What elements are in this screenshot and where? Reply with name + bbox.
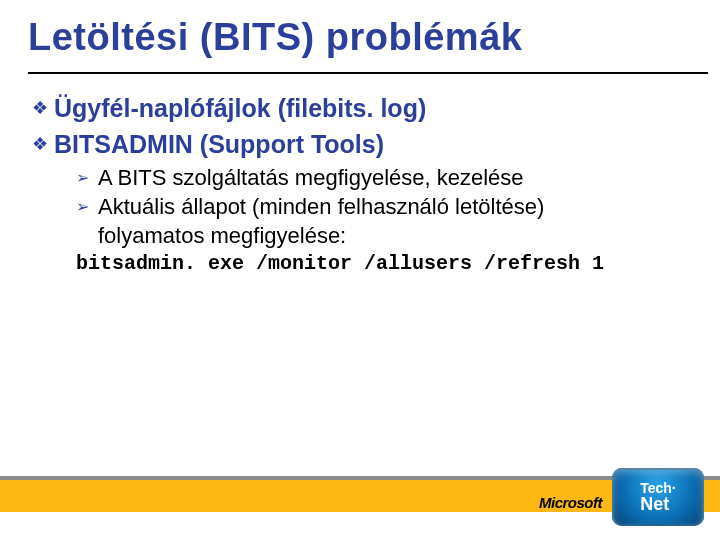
bullet-level2: ➢ Aktuális állapot (minden felhasználó l… — [76, 193, 704, 221]
technet-label: Tech· Net — [640, 481, 676, 513]
microsoft-logo: Microsoft — [537, 492, 602, 512]
sub-bullet-text: A BITS szolgáltatás megfigyelése, kezelé… — [98, 164, 524, 192]
sub-list: ➢ A BITS szolgáltatás megfigyelése, keze… — [76, 164, 704, 250]
slide: Letöltési (BITS) problémák ❖ Ügyfél-napl… — [0, 0, 720, 540]
bullet-level2: ➢ A BITS szolgáltatás megfigyelése, keze… — [76, 164, 704, 192]
slide-title: Letöltési (BITS) problémák — [28, 16, 700, 59]
microsoft-wordmark: Microsoft — [539, 494, 602, 511]
arrow-bullet-icon: ➢ — [76, 193, 98, 221]
sub-bullet-continuation: folyamatos megfigyelése: — [98, 222, 346, 250]
bullet-text: BITSADMIN (Support Tools) — [54, 128, 384, 160]
sub-bullet-text: Aktuális állapot (minden felhasználó let… — [98, 193, 544, 221]
bullet-text: Ügyfél-naplófájlok (filebits. log) — [54, 92, 426, 124]
diamond-bullet-icon: ❖ — [32, 128, 54, 160]
title-divider — [28, 72, 708, 74]
bullet-level1: ❖ BITSADMIN (Support Tools) — [32, 128, 704, 160]
bullet-level2-cont: folyamatos megfigyelése: — [76, 222, 704, 250]
bullet-level1: ❖ Ügyfél-naplófájlok (filebits. log) — [32, 92, 704, 124]
technet-badge: Tech· Net — [612, 468, 704, 526]
diamond-bullet-icon: ❖ — [32, 92, 54, 124]
technet-bottom: Net — [640, 495, 676, 513]
arrow-bullet-icon: ➢ — [76, 164, 98, 192]
code-line: bitsadmin. exe /monitor /allusers /refre… — [76, 252, 704, 275]
content-area: ❖ Ügyfél-naplófájlok (filebits. log) ❖ B… — [32, 90, 704, 275]
